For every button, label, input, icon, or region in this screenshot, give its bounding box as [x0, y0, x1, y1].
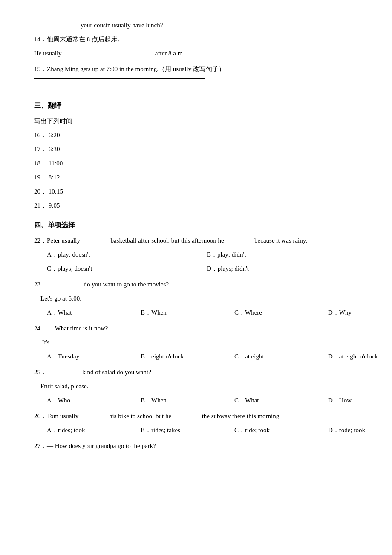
blank-q14-3: [187, 52, 229, 59]
q26-optA-text: rides; took: [58, 427, 85, 434]
q23-optB-label: B．: [141, 309, 151, 316]
trans-num-21: 21．: [34, 202, 47, 209]
section3-sub: 写出下列时间: [34, 116, 366, 127]
q26-optA-label: A．: [47, 427, 58, 434]
trans-num-17: 17．: [34, 146, 47, 153]
q23-optD: D．Why: [328, 307, 392, 318]
trans-item-20: 20． 10:15: [34, 186, 366, 197]
q25-optB-label: B．: [141, 397, 151, 404]
q23-text: 23．— do you want to go to the movies?: [34, 279, 366, 290]
blank-trans-19: [62, 176, 118, 183]
blank-q14-1: [64, 52, 107, 59]
blank-q24: [52, 341, 78, 348]
section4-title: 四、单项选择: [34, 219, 366, 231]
q24-optA-text: Tuesday: [58, 353, 79, 360]
q22-block: 22．Peter usually basketball after school…: [34, 235, 366, 275]
q25-optD: D．How: [328, 395, 392, 406]
blank-q22-1: [83, 239, 108, 246]
q22-optB: B．play; didn't: [207, 249, 366, 260]
trans-item-17: 17． 6:30: [34, 144, 366, 155]
q14-label: 14．他周末通常在 8 点后起床。: [34, 34, 366, 45]
q25-optD-label: D．: [328, 397, 339, 404]
q24-optA: A．Tuesday: [47, 351, 141, 362]
q22-optB-text: play; didn't: [217, 251, 246, 258]
q24-optB: B．eight o'clock: [141, 351, 234, 362]
q14-block: 14．他周末通常在 8 点后起床。 He usually after 8 a.m…: [34, 34, 366, 59]
q23-optB: B．When: [141, 307, 234, 318]
q24-sub: — It's .: [34, 337, 366, 348]
section3-title: 三、翻译: [34, 100, 366, 112]
trans-time-18: 11:00: [49, 160, 63, 167]
q24-optA-label: A．: [47, 353, 58, 360]
q15-answer-line: .: [34, 78, 366, 92]
q24-block: 24．— What time is it now? — It's . A．Tue…: [34, 323, 366, 362]
blank-trans-20: [66, 190, 121, 197]
q25-optC: C．What: [234, 395, 328, 406]
trans-time-16: 6:20: [49, 132, 60, 139]
q25-optA-label: A．: [47, 397, 58, 404]
blank-trans-18: [65, 162, 121, 169]
q25-optB-text: When: [151, 397, 167, 404]
blank-q22-2: [226, 239, 252, 246]
q22-optD: D．plays; didn't: [207, 263, 366, 275]
q22-optA-text: play; doesn't: [58, 251, 90, 258]
trans-num-16: 16．: [34, 132, 47, 139]
trans-num-20: 20．: [34, 188, 47, 195]
trans-num-18: 18．: [34, 160, 47, 167]
q26-optB-text: rides; takes: [151, 427, 180, 434]
blank-q26-2: [174, 414, 199, 422]
trans-item-21: 21． 9:05: [34, 200, 366, 211]
trans-item-18: 18． 11:00: [34, 158, 366, 169]
q26-optB-label: B．: [141, 427, 151, 434]
q24-optD: D．at eight o'clock: [328, 351, 392, 362]
q22-options: A．play; doesn't B．play; didn't: [47, 249, 366, 260]
q23-block: 23．— do you want to go to the movies? —L…: [34, 279, 366, 318]
q26-optC-text: ride; took: [245, 427, 270, 434]
q22-options-2: C．plays; doesn't D．plays; didn't: [47, 263, 366, 275]
q15-blank-line: [34, 78, 205, 79]
intro-line: _____ your cousin usually have lunch?: [34, 20, 366, 31]
blank-q23: [56, 283, 81, 290]
q23-optD-text: Why: [339, 309, 352, 316]
q25-optC-text: What: [245, 397, 259, 404]
q23-optA-text: What: [58, 309, 72, 316]
q26-optA: A．rides; took: [47, 425, 141, 436]
q25-optA-text: Who: [58, 397, 70, 404]
trans-item-19: 19． 8:12: [34, 172, 366, 183]
q22-optB-label: B．: [207, 251, 217, 258]
q25-optA: A．Who: [47, 395, 141, 406]
q25-options: A．Who B．When C．What D．How: [47, 395, 366, 406]
q22-optC-text: plays; doesn't: [58, 265, 92, 272]
q22-optC: C．plays; doesn't: [47, 263, 207, 275]
trans-time-17: 6:30: [49, 146, 60, 153]
q23-optD-label: D．: [328, 309, 339, 316]
q22-optA-label: A．: [47, 251, 58, 258]
q26-optD-label: D．: [328, 427, 339, 434]
blank-q14-4: [233, 52, 275, 59]
q23-optC-text: Where: [245, 309, 262, 316]
q24-optC: C．at eight: [234, 351, 328, 362]
q24-options: A．Tuesday B．eight o'clock C．at eight D．a…: [47, 351, 366, 362]
q24-optD-label: D．: [328, 353, 339, 360]
trans-time-21: 9:05: [49, 202, 60, 209]
blank-q26-1: [81, 414, 107, 422]
q23-options-1: A．What B．When C．Where D．Why: [47, 307, 366, 318]
trans-num-19: 19．: [34, 174, 47, 181]
q26-optD: D．rode; took: [328, 425, 392, 436]
q23-optA-label: A．: [47, 309, 58, 316]
q24-optB-label: B．: [141, 353, 151, 360]
q22-optD-text: plays; didn't: [218, 265, 249, 272]
q26-optC-label: C．: [234, 427, 245, 434]
q26-optC: C．ride; took: [234, 425, 328, 436]
q24-optC-text: at eight: [245, 353, 264, 360]
q26-text: 26．Tom usually his bike to school but he…: [34, 410, 366, 422]
translation-list: 16． 6:20 17． 6:30 18． 11:00 19． 8:12 20．…: [34, 130, 366, 211]
trans-time-20: 10:15: [49, 188, 63, 195]
q26-optD-text: rode; took: [339, 427, 365, 434]
q26-options-1: A．rides; took B．rides; takes C．ride; too…: [47, 425, 366, 436]
q22-optD-label: D．: [207, 265, 218, 272]
blank-trans-21: [62, 204, 118, 211]
blank-q14-2: [110, 52, 153, 59]
q25-block: 25．— kind of salad do you want? —Fruit s…: [34, 367, 366, 406]
q22-optC-label: C．: [47, 265, 58, 272]
